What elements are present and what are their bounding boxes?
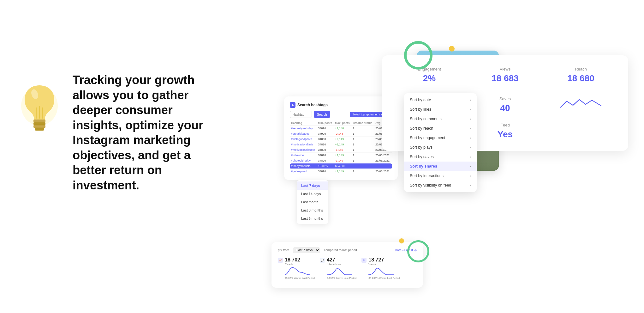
ht-max: -2,148	[334, 131, 351, 137]
ht-creator: 1	[351, 137, 374, 142]
sort-shares-label: Sort by shares	[410, 164, 437, 169]
ht-avg: 23/08/2021	[374, 169, 392, 174]
table-row: #serenityauthday 34890 +1,148 1 23/07/20…	[290, 126, 392, 131]
stats-grid: Engagement 2% Views 18 683 Reach 18 680	[395, 67, 616, 83]
sort-visibility-arrow: ›	[470, 183, 471, 187]
svg-rect-3	[33, 122, 45, 125]
hashtag-search-button[interactable]: Search	[314, 111, 330, 118]
ht-creator: 1	[351, 153, 374, 158]
date-option-14days[interactable]: Last 14 days	[297, 190, 328, 198]
reach-label: Reach	[546, 67, 616, 71]
sort-visibility-item[interactable]: Sort by visibility on feed ›	[404, 181, 477, 190]
views-metric-change: 38.236% Worse Last Period	[368, 277, 400, 279]
ht-creator: 1	[351, 126, 374, 131]
date-option-3months[interactable]: Last 3 months	[297, 206, 328, 214]
analytics-header: pfx from Last 7 days compared to last pe…	[278, 247, 417, 253]
sort-saves-arrow: ›	[470, 155, 471, 159]
ht-min: 34890	[317, 153, 334, 158]
ht-creator: 1	[351, 131, 374, 137]
hashtag-card-title-text: Search hashtags	[297, 103, 328, 107]
ht-empty2	[374, 163, 392, 169]
green-circle-bottom-decoration	[407, 240, 429, 262]
ht-name-highlighted: # babyproducts	[290, 163, 317, 169]
date-option-month[interactable]: Last month	[297, 198, 328, 206]
table-row: #instagoodphoto 34890 +2,149 1 23/06/202…	[290, 137, 392, 142]
feed-value: Yes	[470, 129, 540, 139]
ht-max: -1,149	[334, 147, 351, 153]
views-mini-chart	[368, 266, 394, 275]
reach-metric: 📈 18 702 Reach 49.07% Worse Last Period	[278, 257, 315, 279]
sort-interactions-item[interactable]: Sort by interactions ›	[404, 171, 477, 181]
bulb-icon	[19, 82, 60, 136]
hashtag-search-card: A Search hashtags Search Select top appe…	[284, 96, 398, 180]
reach-mini-chart	[285, 266, 310, 275]
hashtag-toolbar: Search Select top appearing similar...	[290, 111, 392, 118]
interactions-mini-chart	[327, 266, 352, 275]
interactions-icon: 💬	[320, 258, 325, 263]
views-metric-label: Views	[368, 263, 400, 266]
date-option-7days[interactable]: Last 7 days	[297, 181, 328, 190]
reach-metric-values: 18 702 Reach 49.07% Worse Last Period	[285, 257, 315, 279]
saves-value: 40	[470, 103, 540, 113]
interactions-metric-change: 7.132% Above Last Period	[327, 277, 356, 279]
reach-metric-label: Reach	[285, 263, 315, 266]
col-hashtag: Hashtag	[290, 120, 317, 126]
sort-engagement-label: Sort by engagement	[410, 136, 445, 140]
saves-stat: Saves 40	[470, 96, 540, 113]
sort-saves-item[interactable]: Sort by saves ›	[404, 152, 477, 162]
sort-comments-label: Sort by comments	[410, 117, 442, 121]
views-metric: 👁 18 727 Views 38.236% Worse Last Period	[361, 257, 400, 279]
table-row: #creatividados 34990 -2,148 1 23/06/2021	[290, 131, 392, 137]
sort-plays-arrow: ›	[470, 145, 471, 149]
date-option-6months[interactable]: Last 6 months	[297, 214, 328, 223]
ht-max: +2,149	[334, 137, 351, 142]
ht-avg: 23/06/2021	[374, 158, 392, 163]
interactions-metric-value: 427	[327, 257, 356, 263]
reach-stat: Reach 18 680	[546, 67, 616, 83]
ht-name: #motivationalquote	[290, 147, 317, 153]
period-select[interactable]: Last 7 days	[293, 247, 320, 253]
sort-reach-arrow: ›	[470, 126, 471, 130]
sort-reach-item[interactable]: Sort by reach ›	[404, 124, 477, 133]
sort-date-item[interactable]: Sort by date ›	[404, 95, 477, 105]
ht-max: +1,148	[334, 126, 351, 131]
yellow-dot-bottom-decoration	[399, 238, 404, 243]
saves-label: Saves	[470, 96, 540, 101]
sort-comments-item[interactable]: Sort by comments ›	[404, 114, 477, 124]
sort-shares-item[interactable]: Sort by shares ›	[404, 162, 477, 171]
sort-reach-label: Sort by reach	[410, 126, 433, 131]
table-row: #motivaciondiaria 34890 +2,149 1 23/06/2…	[290, 142, 392, 147]
ht-min: 34890	[317, 147, 334, 153]
views-metric-value: 18 727	[368, 257, 400, 263]
compared-label: compared to last period	[324, 249, 357, 252]
feed-label: Feed	[470, 123, 540, 127]
ht-max: +1,149	[334, 169, 351, 174]
sort-interactions-label: Sort by interactions	[410, 174, 444, 178]
ht-min: 34890	[317, 158, 334, 163]
sort-shares-arrow: ›	[470, 164, 471, 168]
ht-max: +1,149	[334, 153, 351, 158]
ht-max: +2,149	[334, 142, 351, 147]
engagement-value: 2%	[395, 73, 464, 83]
green-circle-top-decoration	[404, 41, 432, 70]
sort-plays-item[interactable]: Sort by plays ›	[404, 143, 477, 152]
hero-heading: Tracking your growth allows you to gathe…	[73, 73, 205, 193]
sort-likes-item[interactable]: Sort by likes ›	[404, 105, 477, 114]
analytics-metrics-row: 📈 18 702 Reach 49.07% Worse Last Period …	[278, 257, 417, 279]
views-metric-values: 18 727 Views 38.236% Worse Last Period	[368, 257, 400, 279]
app-icon: A	[290, 102, 295, 108]
table-row: #photooftheday 34890 -1,149 1 23/06/2021	[290, 158, 392, 163]
ht-creator: 1	[351, 158, 374, 163]
hashtag-search-input[interactable]	[290, 111, 312, 118]
ht-name: #creatividados	[290, 131, 317, 137]
zigzag-stat	[546, 96, 616, 113]
ht-min: 34890	[317, 126, 334, 131]
yellow-dot-top-decoration	[449, 46, 455, 52]
ht-name: #serenityauthday	[290, 126, 317, 131]
analytics-period-controls: pfx from Last 7 days compared to last pe…	[278, 247, 392, 253]
ht-min: 34990	[317, 131, 334, 137]
sort-engagement-item[interactable]: Sort by engagement ›	[404, 133, 477, 143]
ht-name: #instagoodphoto	[290, 137, 317, 142]
ht-name: #photooftheday	[290, 158, 317, 163]
table-row: #motivationalquote 34890 -1,149 1 23/06/…	[290, 147, 392, 153]
